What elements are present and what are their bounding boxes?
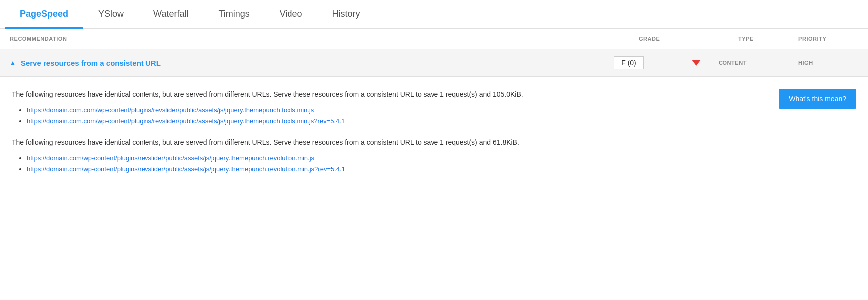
content-links-1: https://domain.com.com/wp-content/plugin… [12, 106, 856, 125]
header-priority: PRIORITY [798, 36, 858, 42]
resource-link-2-1[interactable]: https://domain.com/wp-content/plugins/re… [27, 154, 314, 162]
row-title[interactable]: Serve resources from a consistent URL [21, 59, 614, 67]
row-toggle[interactable]: ▲ [10, 59, 16, 66]
row-type: CONTENT [709, 60, 798, 66]
resource-link-2-2[interactable]: https://domain.com/wp-content/plugins/re… [27, 165, 345, 173]
grade-value: F (0) [614, 56, 644, 69]
tab-video[interactable]: Video [265, 0, 317, 29]
content-links-2: https://domain.com/wp-content/plugins/re… [12, 154, 856, 173]
tab-timings[interactable]: Timings [203, 0, 264, 29]
resource-link-1-2[interactable]: https://domain.com.com/wp-content/plugin… [27, 117, 345, 125]
content-text-1: The following resources have identical c… [12, 89, 585, 100]
tab-bar: PageSpeed YSlow Waterfall Timings Video … [0, 0, 868, 29]
tab-waterfall[interactable]: Waterfall [139, 0, 203, 29]
content-panel: What's this mean? The following resource… [0, 77, 868, 186]
chevron-down-icon [692, 60, 701, 66]
row-grade: F (0) [614, 56, 684, 69]
resource-link-1-1[interactable]: https://domain.com.com/wp-content/plugin… [27, 106, 314, 114]
list-item: https://domain.com/wp-content/plugins/re… [27, 154, 856, 162]
list-item: https://domain.com.com/wp-content/plugin… [27, 117, 856, 125]
tab-yslow[interactable]: YSlow [83, 0, 139, 29]
tab-pagespeed[interactable]: PageSpeed [5, 0, 83, 29]
recommendation-row: ▲ Serve resources from a consistent URL … [0, 49, 868, 77]
tab-history[interactable]: History [317, 0, 375, 29]
list-item: https://domain.com/wp-content/plugins/re… [27, 165, 856, 173]
header-type: TYPE [709, 36, 798, 42]
header-grade: GRADE [639, 36, 709, 42]
content-text-2: The following resources have identical c… [12, 137, 585, 148]
content-section-1: The following resources have identical c… [12, 89, 856, 125]
whats-this-button[interactable]: What's this mean? [779, 89, 856, 109]
content-section-2: The following resources have identical c… [12, 137, 856, 172]
row-chevron-container [684, 60, 709, 66]
header-recommendation: RECOMMENDATION [10, 36, 639, 42]
row-priority: HIGH [798, 60, 858, 66]
table-header: RECOMMENDATION GRADE TYPE PRIORITY [0, 29, 868, 49]
list-item: https://domain.com.com/wp-content/plugin… [27, 106, 856, 114]
